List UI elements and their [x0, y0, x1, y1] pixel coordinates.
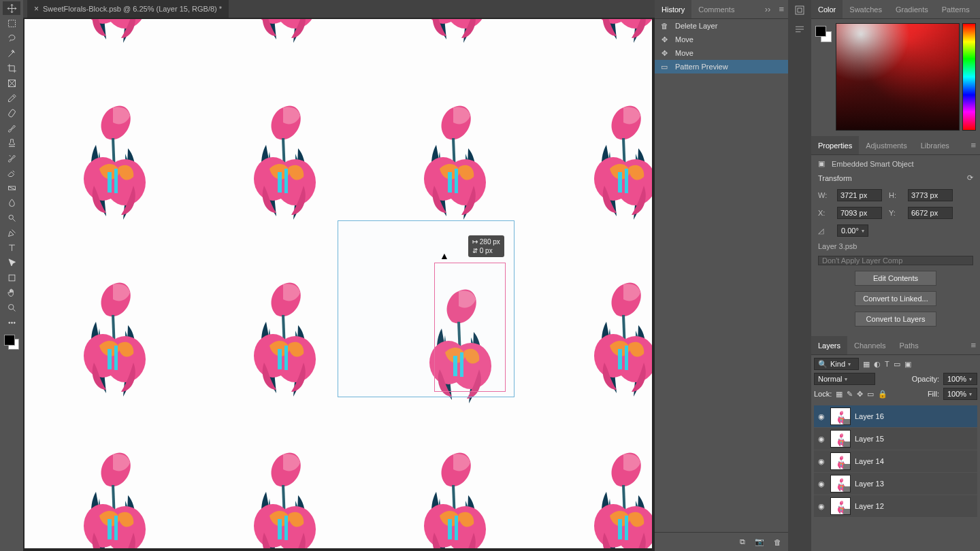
fg-bg-swatch[interactable]: [815, 26, 832, 42]
crop-tool[interactable]: [3, 61, 20, 75]
floral-instance[interactable]: [65, 427, 161, 548]
floral-instance[interactable]: [65, 19, 161, 53]
y-field[interactable]: [908, 207, 953, 219]
layer-row[interactable]: ◉Layer 14: [814, 450, 977, 472]
floral-instance[interactable]: [576, 80, 652, 230]
selection-bounds[interactable]: [434, 263, 506, 392]
layer-thumbnail[interactable]: [830, 475, 851, 492]
layer-name[interactable]: Layer 15: [855, 435, 884, 443]
eyedropper-tool[interactable]: [3, 91, 20, 105]
history-brush-tool[interactable]: [3, 151, 20, 165]
history-item[interactable]: ✥Move: [655, 46, 788, 60]
document-tab[interactable]: × SweetFlorals-Block.psb @ 6.25% (Layer …: [27, 0, 229, 18]
shape-tool[interactable]: [3, 271, 20, 284]
floral-instance[interactable]: [235, 19, 331, 53]
tab-adjustments[interactable]: Adjustments: [859, 136, 914, 154]
zoom-tool[interactable]: [3, 301, 20, 314]
floral-instance[interactable]: [576, 19, 652, 53]
width-field[interactable]: [837, 189, 882, 201]
layer-name[interactable]: Layer 12: [855, 502, 884, 510]
collapse-icon[interactable]: ››: [761, 4, 775, 14]
panel-menu-icon[interactable]: ≡: [977, 4, 980, 14]
layer-thumbnail[interactable]: [830, 452, 851, 470]
tab-properties[interactable]: Properties: [811, 136, 859, 154]
lock-transparency-icon[interactable]: ▦: [836, 390, 843, 399]
tab-color[interactable]: Color: [811, 0, 843, 18]
pen-tool[interactable]: [3, 226, 20, 239]
panel-menu-icon[interactable]: ≡: [966, 140, 980, 150]
trash-icon[interactable]: 🗑: [774, 538, 781, 546]
history-item[interactable]: ✥Move: [655, 33, 788, 46]
opacity-field[interactable]: 100%▾: [943, 373, 977, 385]
healing-tool[interactable]: [3, 106, 20, 120]
filter-type-icon[interactable]: T: [885, 360, 889, 369]
layer-name[interactable]: Layer 16: [855, 412, 884, 420]
frame-tool[interactable]: [3, 76, 20, 90]
history-item[interactable]: ▭Pattern Preview: [655, 60, 788, 73]
floral-instance[interactable]: [65, 257, 161, 407]
color-spectrum[interactable]: [836, 23, 960, 131]
layer-row[interactable]: ◉Layer 13: [814, 473, 977, 495]
floral-instance[interactable]: [576, 257, 652, 407]
snapshot-icon[interactable]: 📷: [755, 537, 764, 546]
fill-field[interactable]: 100%▾: [943, 388, 977, 400]
edit-contents-button[interactable]: Edit Contents: [855, 271, 936, 286]
history-item[interactable]: 🗑Delete Layer: [655, 19, 788, 33]
foreground-background-swatch[interactable]: [4, 335, 19, 350]
path-select-tool[interactable]: [3, 256, 20, 269]
lock-image-icon[interactable]: ✎: [847, 390, 853, 399]
convert-to-layers-button[interactable]: Convert to Layers: [855, 312, 936, 327]
tab-libraries[interactable]: Libraries: [914, 136, 956, 154]
panel-menu-icon[interactable]: ≡: [966, 340, 980, 350]
tab-layers[interactable]: Layers: [811, 336, 847, 354]
close-icon[interactable]: ×: [34, 4, 39, 14]
panel-menu-icon[interactable]: ≡: [774, 4, 788, 14]
layer-thumbnail[interactable]: [830, 430, 851, 448]
layer-name[interactable]: Layer 14: [855, 457, 884, 465]
floral-instance[interactable]: [235, 80, 331, 230]
create-doc-icon[interactable]: ⧉: [740, 537, 745, 546]
visibility-toggle[interactable]: ◉: [817, 502, 826, 511]
move-tool[interactable]: [3, 1, 20, 15]
floral-instance[interactable]: [576, 427, 652, 548]
layer-row[interactable]: ◉Layer 12: [814, 495, 977, 517]
lasso-tool[interactable]: [3, 31, 20, 45]
tab-channels[interactable]: Channels: [847, 336, 892, 354]
reset-icon[interactable]: ⟳: [967, 173, 973, 182]
layer-thumbnail[interactable]: [830, 497, 851, 515]
blend-mode-select[interactable]: Normal▾: [814, 373, 875, 385]
layer-row[interactable]: ◉Layer 16: [814, 405, 977, 427]
floral-instance[interactable]: [406, 19, 501, 53]
floral-instance[interactable]: [235, 257, 331, 407]
layer-kind-filter[interactable]: 🔍Kind▾: [814, 358, 859, 370]
visibility-toggle[interactable]: ◉: [817, 435, 826, 444]
stamp-tool[interactable]: [3, 136, 20, 150]
filter-pixel-icon[interactable]: ▦: [863, 360, 870, 369]
eraser-tool[interactable]: [3, 166, 20, 180]
angle-field[interactable]: 0.00°▾: [837, 224, 868, 237]
hand-tool[interactable]: [3, 286, 20, 299]
lock-position-icon[interactable]: ✥: [857, 390, 863, 399]
tab-gradients[interactable]: Gradients: [889, 0, 935, 18]
floral-instance[interactable]: [406, 427, 501, 548]
tab-swatches[interactable]: Swatches: [843, 0, 889, 18]
visibility-toggle[interactable]: ◉: [817, 457, 826, 466]
layer-row[interactable]: ◉Layer 15: [814, 428, 977, 450]
hue-slider[interactable]: [962, 23, 976, 131]
visibility-toggle[interactable]: ◉: [817, 412, 826, 421]
marquee-tool[interactable]: [3, 16, 20, 30]
floral-instance[interactable]: [65, 80, 161, 230]
collapsed-panel-icon-2[interactable]: [794, 23, 806, 35]
type-tool[interactable]: [3, 241, 20, 254]
dodge-tool[interactable]: [3, 211, 20, 224]
tab-comments[interactable]: Comments: [691, 0, 741, 18]
floral-instance[interactable]: [406, 80, 501, 230]
lock-all-icon[interactable]: 🔒: [878, 390, 887, 399]
gradient-tool[interactable]: [3, 181, 20, 195]
collapsed-panel-icon-1[interactable]: [794, 4, 806, 16]
x-field[interactable]: [837, 207, 882, 219]
tab-paths[interactable]: Paths: [893, 336, 926, 354]
filter-shape-icon[interactable]: ▭: [894, 360, 900, 369]
blur-tool[interactable]: [3, 196, 20, 210]
filter-smart-icon[interactable]: ▣: [904, 360, 911, 369]
